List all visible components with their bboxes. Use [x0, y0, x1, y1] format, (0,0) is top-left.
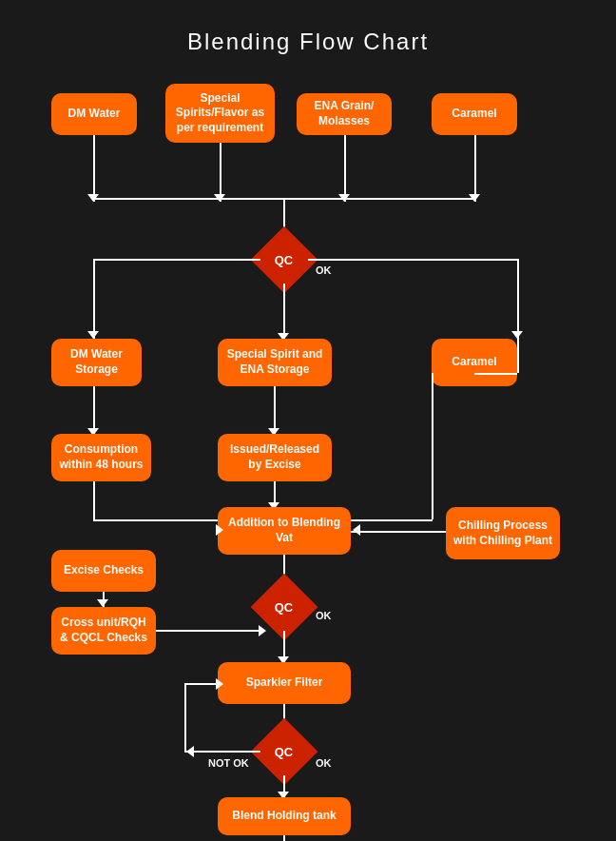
- ok-label-2: OK: [316, 610, 332, 621]
- flowchart: DM Water Special Spirits/Flavor as per r…: [32, 74, 584, 841]
- blend-holding-box: Blend Holding tank: [218, 797, 351, 835]
- special-spirits-box: Special Spirits/Flavor as per requiremen…: [165, 84, 275, 143]
- issued-released-box: Issued/Released by Excise: [218, 434, 332, 481]
- caramel-mid-box: Caramel: [432, 339, 517, 386]
- special-spirit-storage-box: Special Spirit and ENA Storage: [218, 339, 332, 386]
- caramel-top-box: Caramel: [432, 93, 517, 135]
- ok-label-1: OK: [316, 264, 332, 276]
- dmwater-top-box: DM Water: [51, 93, 137, 135]
- chilling-box: Chilling Process with Chilling Plant: [446, 507, 560, 559]
- excise-checks-box: Excise Checks: [51, 550, 156, 592]
- consumption-box: Consumption within 48 hours: [51, 434, 151, 481]
- addition-blending-box: Addition to Blending Vat: [218, 507, 351, 555]
- sparkler-box: Sparkler Filter: [218, 662, 351, 704]
- not-ok-label: NOT OK: [208, 757, 249, 769]
- dmwater-storage-box: DM Water Storage: [51, 339, 142, 386]
- page-title: Blending Flow Chart: [187, 29, 429, 55]
- cross-unit-box: Cross unit/RQH & CQCL Checks: [51, 607, 156, 655]
- ena-grain-box: ENA Grain/ Molasses: [297, 93, 392, 135]
- ok-label-3: OK: [316, 757, 332, 769]
